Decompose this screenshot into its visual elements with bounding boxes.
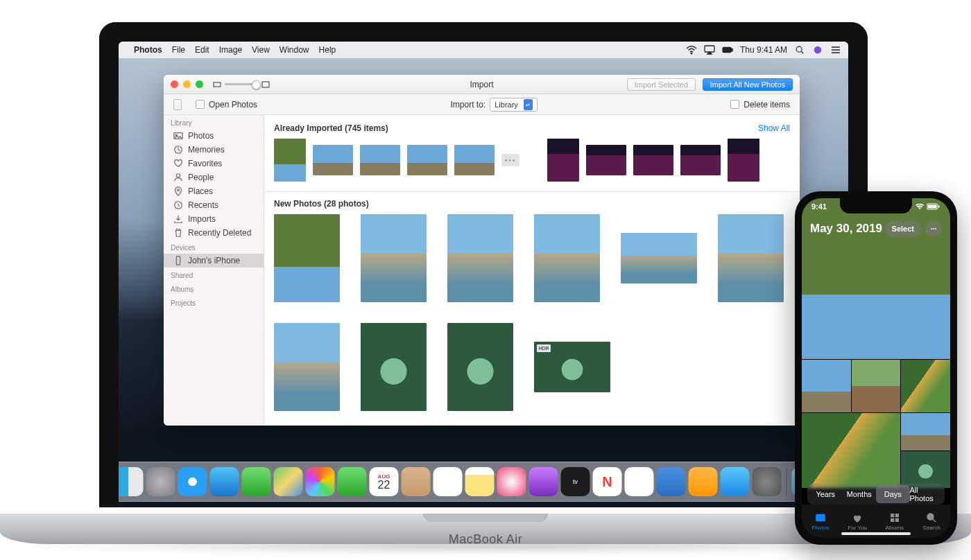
svg-point-12 — [176, 174, 180, 177]
menu-file[interactable]: File — [172, 45, 185, 55]
imported-thumb[interactable] — [547, 139, 579, 182]
dock-maps[interactable] — [274, 467, 303, 496]
airplay-icon[interactable] — [704, 45, 715, 55]
zoom-button[interactable] — [196, 80, 203, 88]
dock-numbers[interactable] — [625, 467, 654, 496]
sidebar-item-places[interactable]: Places — [164, 184, 264, 198]
grid-photo[interactable] — [901, 451, 950, 489]
sidebar-header-shared[interactable]: Shared — [164, 268, 264, 281]
dock-messages[interactable] — [242, 467, 271, 496]
dock-music[interactable] — [497, 467, 526, 496]
imported-thumb[interactable] — [360, 145, 400, 175]
svg-rect-27 — [895, 518, 899, 522]
new-photo-thumb[interactable]: HDR — [534, 342, 610, 392]
siri-icon[interactable] — [812, 45, 823, 55]
dock-safari[interactable] — [178, 467, 207, 496]
svg-rect-3 — [723, 48, 731, 51]
import-to-select[interactable]: Library▴▾ — [490, 98, 538, 112]
new-photo-thumb[interactable] — [447, 323, 513, 411]
spotlight-icon[interactable] — [794, 45, 805, 55]
new-photo-thumb[interactable] — [718, 214, 784, 302]
dock-podcasts[interactable] — [529, 467, 558, 496]
sidebar-item-memories[interactable]: Memories — [164, 143, 264, 157]
import-all-button[interactable]: Import All New Photos — [703, 78, 793, 91]
segment-days[interactable]: Days — [876, 485, 910, 503]
svg-point-6 — [814, 46, 822, 54]
dock-keynote[interactable] — [657, 467, 686, 496]
sidebar-item-device[interactable]: John's iPhone — [164, 254, 264, 268]
new-photo-thumb[interactable] — [534, 214, 600, 302]
import-content: Already Imported (745 items)Show All •••… — [264, 115, 800, 426]
svg-rect-15 — [176, 256, 180, 265]
grid-photo[interactable] — [852, 360, 901, 412]
show-all-link[interactable]: Show All — [758, 123, 790, 133]
sidebar-item-imports[interactable]: Imports — [164, 212, 264, 226]
imported-thumb[interactable] — [454, 145, 495, 175]
delete-items-checkbox[interactable]: Delete items — [730, 100, 790, 110]
sidebar-item-recents[interactable]: Recents — [164, 198, 264, 212]
dock-facetime[interactable] — [338, 467, 367, 496]
open-photos-checkbox[interactable]: Open Photos — [196, 100, 257, 110]
sidebar-item-favorites[interactable]: Favorites — [164, 157, 264, 170]
zoom-slider[interactable] — [213, 81, 270, 88]
grid-photo[interactable] — [802, 413, 900, 488]
already-imported-thumbs: ••• — [274, 139, 790, 182]
more-button[interactable]: ··· — [925, 220, 942, 237]
imported-thumb[interactable] — [586, 145, 626, 175]
dock-mail[interactable] — [210, 467, 239, 496]
segment-years[interactable]: Years — [809, 485, 843, 503]
new-photo-thumb[interactable] — [447, 214, 513, 302]
wifi-icon[interactable] — [686, 45, 697, 55]
close-button[interactable] — [171, 80, 178, 88]
dock-calendar[interactable]: AUG22 — [370, 467, 399, 496]
grid-photo[interactable] — [901, 360, 950, 412]
imported-thumb[interactable] — [313, 145, 353, 175]
sidebar-item-people[interactable]: People — [164, 170, 264, 184]
imported-thumb[interactable] — [407, 145, 447, 175]
minimize-button[interactable] — [183, 80, 191, 88]
dock-contacts[interactable] — [402, 467, 431, 496]
imported-thumb[interactable] — [680, 145, 721, 175]
home-indicator[interactable] — [841, 532, 911, 535]
menu-app[interactable]: Photos — [134, 45, 162, 55]
dock-settings[interactable] — [753, 467, 782, 496]
select-button[interactable]: Select — [885, 220, 921, 237]
grid-photo[interactable] — [802, 360, 851, 412]
sidebar-header-projects[interactable]: Projects — [164, 295, 264, 309]
sidebar-header-albums[interactable]: Albums — [164, 281, 264, 295]
dock-launchpad[interactable] — [146, 467, 175, 496]
menu-image[interactable]: Image — [219, 45, 242, 55]
battery-icon[interactable] — [722, 45, 733, 55]
menu-edit[interactable]: Edit — [195, 45, 209, 55]
tab-photos[interactable]: Photos — [802, 505, 839, 538]
new-photo-thumb[interactable] — [274, 323, 340, 411]
new-photo-thumb[interactable] — [621, 233, 697, 283]
notification-center-icon[interactable] — [830, 45, 841, 55]
import-selected-button[interactable]: Import Selected — [627, 78, 696, 91]
sidebar-item-photos[interactable]: Photos — [164, 129, 264, 143]
dock-pages[interactable] — [689, 467, 718, 496]
dock-photos[interactable] — [306, 467, 335, 496]
dock-tv[interactable]: tv — [561, 467, 590, 496]
menu-view[interactable]: View — [252, 45, 270, 55]
segment-months[interactable]: Months — [843, 485, 877, 503]
imported-thumb[interactable] — [728, 139, 759, 182]
dock-appstore[interactable] — [721, 467, 750, 496]
new-photo-thumb[interactable] — [361, 323, 427, 411]
new-photo-thumb[interactable] — [274, 214, 340, 302]
tab-search[interactable]: Search — [913, 505, 951, 538]
grid-photo[interactable] — [901, 413, 950, 450]
dock-reminders[interactable] — [433, 467, 463, 496]
imported-thumb[interactable] — [633, 145, 673, 175]
dock-finder[interactable] — [119, 467, 144, 496]
dock-news[interactable]: N — [593, 467, 622, 496]
menubar-clock[interactable]: Thu 9:41 AM — [740, 45, 787, 55]
menu-help[interactable]: Help — [319, 45, 336, 55]
menu-window[interactable]: Window — [280, 45, 309, 55]
segment-all-photos[interactable]: All Photos — [910, 485, 944, 503]
hdr-badge: HDR — [537, 344, 551, 352]
new-photo-thumb[interactable] — [361, 214, 427, 302]
dock-notes[interactable] — [465, 467, 495, 496]
imported-thumb[interactable] — [274, 139, 306, 182]
sidebar-item-recently-deleted[interactable]: Recently Deleted — [164, 226, 264, 240]
